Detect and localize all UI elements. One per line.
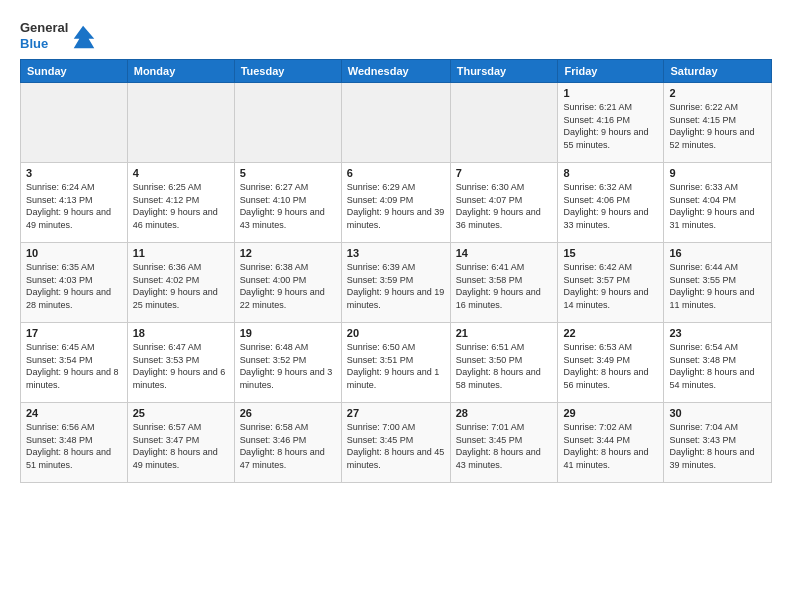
calendar-cell: 30Sunrise: 7:04 AM Sunset: 3:43 PM Dayli… xyxy=(664,403,772,483)
cell-info: Sunrise: 6:45 AM Sunset: 3:54 PM Dayligh… xyxy=(26,341,122,391)
cell-info: Sunrise: 6:41 AM Sunset: 3:58 PM Dayligh… xyxy=(456,261,553,311)
cell-date: 12 xyxy=(240,247,336,259)
cell-info: Sunrise: 6:35 AM Sunset: 4:03 PM Dayligh… xyxy=(26,261,122,311)
cell-date: 27 xyxy=(347,407,445,419)
calendar-cell: 23Sunrise: 6:54 AM Sunset: 3:48 PM Dayli… xyxy=(664,323,772,403)
weekday-header-tuesday: Tuesday xyxy=(234,60,341,83)
cell-info: Sunrise: 6:50 AM Sunset: 3:51 PM Dayligh… xyxy=(347,341,445,391)
calendar-cell: 16Sunrise: 6:44 AM Sunset: 3:55 PM Dayli… xyxy=(664,243,772,323)
cell-info: Sunrise: 6:39 AM Sunset: 3:59 PM Dayligh… xyxy=(347,261,445,311)
svg-marker-0 xyxy=(74,25,95,47)
calendar-cell: 13Sunrise: 6:39 AM Sunset: 3:59 PM Dayli… xyxy=(341,243,450,323)
calendar-cell: 8Sunrise: 6:32 AM Sunset: 4:06 PM Daylig… xyxy=(558,163,664,243)
page: General Blue SundayMondayTuesdayWednesda… xyxy=(0,0,792,493)
calendar-cell xyxy=(450,83,558,163)
cell-info: Sunrise: 6:32 AM Sunset: 4:06 PM Dayligh… xyxy=(563,181,658,231)
cell-date: 22 xyxy=(563,327,658,339)
cell-date: 16 xyxy=(669,247,766,259)
calendar-cell: 14Sunrise: 6:41 AM Sunset: 3:58 PM Dayli… xyxy=(450,243,558,323)
calendar-week-3: 10Sunrise: 6:35 AM Sunset: 4:03 PM Dayli… xyxy=(21,243,772,323)
cell-info: Sunrise: 6:27 AM Sunset: 4:10 PM Dayligh… xyxy=(240,181,336,231)
calendar-week-1: 1Sunrise: 6:21 AM Sunset: 4:16 PM Daylig… xyxy=(21,83,772,163)
logo-text: General Blue xyxy=(20,20,68,51)
cell-date: 15 xyxy=(563,247,658,259)
calendar-cell: 25Sunrise: 6:57 AM Sunset: 3:47 PM Dayli… xyxy=(127,403,234,483)
cell-date: 29 xyxy=(563,407,658,419)
calendar-cell: 29Sunrise: 7:02 AM Sunset: 3:44 PM Dayli… xyxy=(558,403,664,483)
weekday-header-sunday: Sunday xyxy=(21,60,128,83)
calendar-cell: 4Sunrise: 6:25 AM Sunset: 4:12 PM Daylig… xyxy=(127,163,234,243)
cell-date: 21 xyxy=(456,327,553,339)
calendar-cell xyxy=(21,83,128,163)
cell-info: Sunrise: 7:00 AM Sunset: 3:45 PM Dayligh… xyxy=(347,421,445,471)
cell-date: 25 xyxy=(133,407,229,419)
logo-icon xyxy=(70,22,98,50)
calendar-table: SundayMondayTuesdayWednesdayThursdayFrid… xyxy=(20,59,772,483)
cell-info: Sunrise: 6:29 AM Sunset: 4:09 PM Dayligh… xyxy=(347,181,445,231)
calendar-cell xyxy=(341,83,450,163)
weekday-header-wednesday: Wednesday xyxy=(341,60,450,83)
calendar-cell: 10Sunrise: 6:35 AM Sunset: 4:03 PM Dayli… xyxy=(21,243,128,323)
calendar-cell: 5Sunrise: 6:27 AM Sunset: 4:10 PM Daylig… xyxy=(234,163,341,243)
cell-date: 1 xyxy=(563,87,658,99)
calendar-week-5: 24Sunrise: 6:56 AM Sunset: 3:48 PM Dayli… xyxy=(21,403,772,483)
cell-date: 11 xyxy=(133,247,229,259)
weekday-row: SundayMondayTuesdayWednesdayThursdayFrid… xyxy=(21,60,772,83)
cell-date: 8 xyxy=(563,167,658,179)
calendar-cell: 28Sunrise: 7:01 AM Sunset: 3:45 PM Dayli… xyxy=(450,403,558,483)
logo: General Blue xyxy=(20,20,98,51)
logo-general: General xyxy=(20,20,68,35)
cell-info: Sunrise: 6:51 AM Sunset: 3:50 PM Dayligh… xyxy=(456,341,553,391)
weekday-header-thursday: Thursday xyxy=(450,60,558,83)
cell-date: 10 xyxy=(26,247,122,259)
cell-date: 4 xyxy=(133,167,229,179)
calendar-cell: 19Sunrise: 6:48 AM Sunset: 3:52 PM Dayli… xyxy=(234,323,341,403)
calendar-week-4: 17Sunrise: 6:45 AM Sunset: 3:54 PM Dayli… xyxy=(21,323,772,403)
logo-blue: Blue xyxy=(20,36,48,51)
calendar-cell: 18Sunrise: 6:47 AM Sunset: 3:53 PM Dayli… xyxy=(127,323,234,403)
cell-info: Sunrise: 6:30 AM Sunset: 4:07 PM Dayligh… xyxy=(456,181,553,231)
cell-date: 17 xyxy=(26,327,122,339)
weekday-header-saturday: Saturday xyxy=(664,60,772,83)
cell-info: Sunrise: 7:01 AM Sunset: 3:45 PM Dayligh… xyxy=(456,421,553,471)
cell-date: 23 xyxy=(669,327,766,339)
calendar-cell: 20Sunrise: 6:50 AM Sunset: 3:51 PM Dayli… xyxy=(341,323,450,403)
cell-date: 2 xyxy=(669,87,766,99)
cell-info: Sunrise: 6:47 AM Sunset: 3:53 PM Dayligh… xyxy=(133,341,229,391)
calendar-cell: 7Sunrise: 6:30 AM Sunset: 4:07 PM Daylig… xyxy=(450,163,558,243)
calendar-cell: 1Sunrise: 6:21 AM Sunset: 4:16 PM Daylig… xyxy=(558,83,664,163)
calendar-cell: 15Sunrise: 6:42 AM Sunset: 3:57 PM Dayli… xyxy=(558,243,664,323)
weekday-header-monday: Monday xyxy=(127,60,234,83)
cell-info: Sunrise: 6:42 AM Sunset: 3:57 PM Dayligh… xyxy=(563,261,658,311)
calendar-cell: 2Sunrise: 6:22 AM Sunset: 4:15 PM Daylig… xyxy=(664,83,772,163)
cell-info: Sunrise: 7:02 AM Sunset: 3:44 PM Dayligh… xyxy=(563,421,658,471)
cell-date: 30 xyxy=(669,407,766,419)
cell-date: 14 xyxy=(456,247,553,259)
calendar-body: 1Sunrise: 6:21 AM Sunset: 4:16 PM Daylig… xyxy=(21,83,772,483)
calendar-cell xyxy=(234,83,341,163)
calendar-header: SundayMondayTuesdayWednesdayThursdayFrid… xyxy=(21,60,772,83)
weekday-header-friday: Friday xyxy=(558,60,664,83)
cell-date: 28 xyxy=(456,407,553,419)
cell-info: Sunrise: 6:38 AM Sunset: 4:00 PM Dayligh… xyxy=(240,261,336,311)
calendar-cell: 9Sunrise: 6:33 AM Sunset: 4:04 PM Daylig… xyxy=(664,163,772,243)
cell-date: 18 xyxy=(133,327,229,339)
calendar-cell xyxy=(127,83,234,163)
calendar-cell: 26Sunrise: 6:58 AM Sunset: 3:46 PM Dayli… xyxy=(234,403,341,483)
calendar-cell: 11Sunrise: 6:36 AM Sunset: 4:02 PM Dayli… xyxy=(127,243,234,323)
cell-info: Sunrise: 6:25 AM Sunset: 4:12 PM Dayligh… xyxy=(133,181,229,231)
cell-info: Sunrise: 6:54 AM Sunset: 3:48 PM Dayligh… xyxy=(669,341,766,391)
cell-info: Sunrise: 6:36 AM Sunset: 4:02 PM Dayligh… xyxy=(133,261,229,311)
cell-info: Sunrise: 6:58 AM Sunset: 3:46 PM Dayligh… xyxy=(240,421,336,471)
calendar-cell: 12Sunrise: 6:38 AM Sunset: 4:00 PM Dayli… xyxy=(234,243,341,323)
calendar-cell: 24Sunrise: 6:56 AM Sunset: 3:48 PM Dayli… xyxy=(21,403,128,483)
calendar-cell: 27Sunrise: 7:00 AM Sunset: 3:45 PM Dayli… xyxy=(341,403,450,483)
cell-info: Sunrise: 7:04 AM Sunset: 3:43 PM Dayligh… xyxy=(669,421,766,471)
cell-info: Sunrise: 6:33 AM Sunset: 4:04 PM Dayligh… xyxy=(669,181,766,231)
cell-date: 20 xyxy=(347,327,445,339)
header: General Blue xyxy=(20,16,772,51)
cell-info: Sunrise: 6:24 AM Sunset: 4:13 PM Dayligh… xyxy=(26,181,122,231)
calendar-week-2: 3Sunrise: 6:24 AM Sunset: 4:13 PM Daylig… xyxy=(21,163,772,243)
cell-date: 26 xyxy=(240,407,336,419)
cell-date: 7 xyxy=(456,167,553,179)
